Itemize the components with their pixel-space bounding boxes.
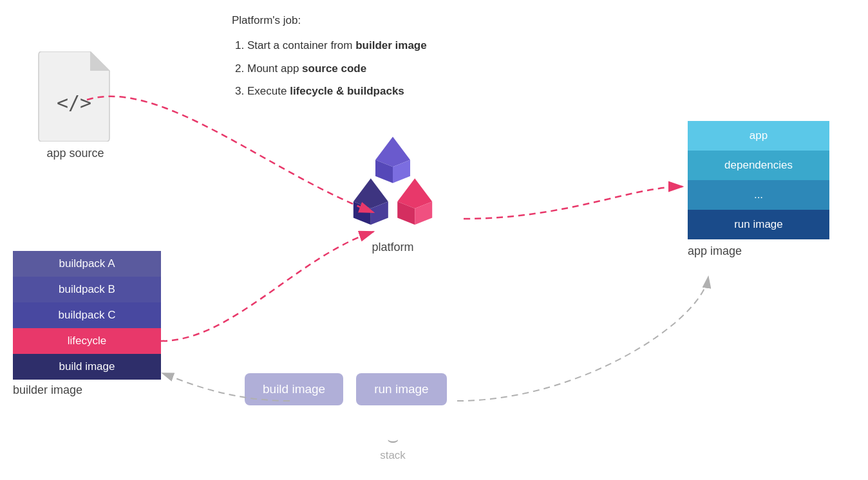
- lifecycle-row: lifecycle: [13, 328, 161, 354]
- stack-brace: ⌣: [290, 431, 496, 449]
- stack-run-image-box: run image: [356, 373, 447, 405]
- platform-logo: [335, 129, 451, 232]
- builder-build-image-row: build image: [13, 354, 161, 380]
- app-row-dependencies: dependencies: [688, 151, 829, 180]
- stack-text: stack: [290, 449, 496, 462]
- arrow-platform-to-appimage: [464, 187, 683, 219]
- app-row-run-image: run image: [688, 210, 829, 239]
- buildpack-a-row: buildpack A: [13, 251, 161, 277]
- stack-label-area: ⌣ stack: [290, 431, 496, 462]
- buildpack-c-row: buildpack C: [13, 302, 161, 328]
- info-box: Platform's job: Start a container from b…: [232, 10, 427, 103]
- builder-image-label: builder image: [13, 383, 161, 397]
- app-source-label: app source: [40, 147, 111, 160]
- platform-area: platform: [328, 129, 457, 254]
- arrow-stack-run-to-appimage: [457, 277, 708, 401]
- info-step-3: Execute lifecycle & buildpacks: [247, 80, 427, 103]
- info-steps: Start a container from builder image Mou…: [232, 34, 427, 103]
- app-row-dots: ...: [688, 180, 829, 210]
- stack-area: build image run image: [245, 373, 447, 405]
- info-step-1: Start a container from builder image: [247, 34, 427, 57]
- app-image-area: app dependencies ... run image app image: [688, 121, 829, 258]
- buildpack-b-row: buildpack B: [13, 277, 161, 302]
- app-source-icon: </>: [35, 51, 113, 142]
- svg-text:</>: </>: [57, 91, 91, 114]
- diagram-canvas: Platform's job: Start a container from b…: [0, 0, 868, 480]
- stack-build-image-box: build image: [245, 373, 343, 405]
- builder-stack: buildpack A buildpack B buildpack C life…: [13, 251, 161, 397]
- platform-label: platform: [328, 241, 457, 254]
- app-image-label: app image: [688, 245, 829, 258]
- info-title: Platform's job:: [232, 10, 427, 32]
- info-step-2: Mount app source code: [247, 57, 427, 80]
- app-row-app: app: [688, 121, 829, 151]
